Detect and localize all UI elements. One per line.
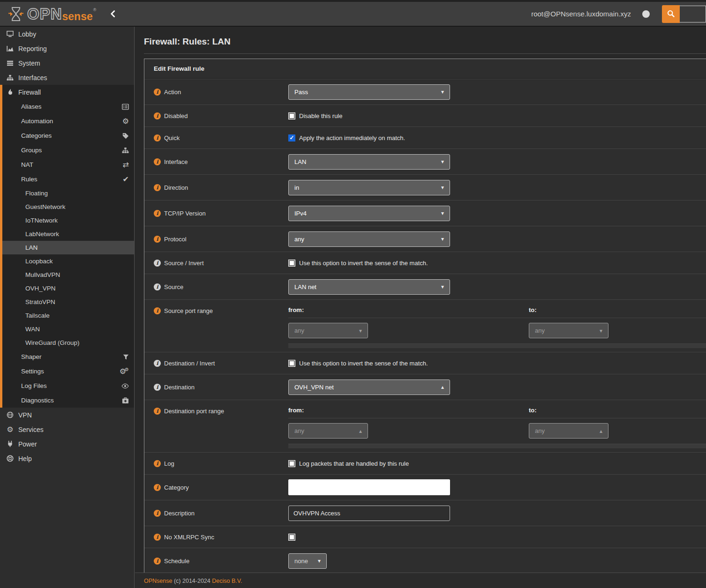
status-indicator-icon[interactable]: [642, 10, 650, 18]
form-row-destination: Destination OVH_VPN net: [144, 374, 706, 400]
disabled-checkbox[interactable]: [288, 112, 295, 119]
checkbox-label: Use this option to invert the sense of t…: [299, 360, 428, 367]
footer-brand-link[interactable]: OPNsense: [144, 578, 172, 584]
field-label: Destination: [164, 384, 195, 391]
sidebar-item-label: Settings: [21, 368, 44, 375]
sidebar-item-rules-mullvadvpn[interactable]: MullvadVPN: [2, 268, 134, 282]
sidebar-collapse-icon[interactable]: [110, 10, 115, 17]
footer: OPNsense (c) 2014-2024 Deciso B.V.: [135, 573, 706, 588]
info-icon[interactable]: [154, 112, 161, 119]
sidebar-item-shaper[interactable]: Shaper: [2, 350, 134, 364]
info-icon[interactable]: [154, 158, 161, 165]
sidebar-item-settings[interactable]: Settings ⚙⚙: [2, 364, 134, 379]
sidebar-item-lobby[interactable]: Lobby: [0, 27, 134, 41]
source-port-to-select[interactable]: any: [529, 323, 608, 338]
category-input[interactable]: [288, 479, 450, 495]
source-invert-checkbox[interactable]: [288, 260, 295, 267]
schedule-select[interactable]: none: [288, 553, 327, 569]
monitor-icon: [6, 30, 14, 37]
sidebar-item-label: Groups: [21, 147, 42, 154]
sidebar-item-system[interactable]: System: [0, 56, 134, 70]
no-xmlrpc-sync-checkbox[interactable]: [288, 534, 295, 541]
info-icon[interactable]: [154, 510, 161, 517]
field-label: Disabled: [164, 112, 188, 119]
sidebar-item-help[interactable]: Help: [0, 451, 134, 466]
info-icon[interactable]: [154, 134, 161, 141]
info-icon[interactable]: [154, 236, 161, 243]
sidebar-item-log-files[interactable]: Log Files: [2, 379, 134, 393]
sidebar-item-rules-lan[interactable]: LAN: [2, 241, 134, 254]
title-divider: [144, 53, 706, 54]
sidebar-item-rules-stratovpn[interactable]: StratoVPN: [2, 295, 134, 309]
sidebar-item-rules-loopback[interactable]: Loopback: [2, 254, 134, 268]
destination-invert-checkbox[interactable]: [288, 360, 295, 367]
interface-select[interactable]: LAN: [288, 154, 450, 170]
form-row-direction: Direction in: [144, 174, 706, 200]
info-icon[interactable]: [154, 89, 161, 96]
quick-checkbox[interactable]: [288, 134, 295, 141]
sidebar-item-power[interactable]: Power: [0, 437, 134, 451]
tcpip-version-select[interactable]: IPv4: [288, 206, 450, 221]
destination-port-from-select[interactable]: any: [288, 423, 368, 439]
form-row-category: Category: [144, 474, 706, 500]
info-icon[interactable]: [154, 384, 161, 391]
info-icon[interactable]: [154, 210, 161, 217]
sidebar-item-rules-guestnetwork[interactable]: GuestNetwork: [2, 200, 134, 214]
sidebar-item-categories[interactable]: Categories: [2, 128, 134, 143]
sidebar-item-label: VPN: [18, 411, 32, 419]
sidebar-item-rules[interactable]: Rules ✔: [2, 172, 134, 186]
medkit-icon: [122, 397, 129, 404]
port-from-label: from:: [288, 306, 529, 313]
sidebar-item-rules-ovh-vpn[interactable]: OVH_VPN: [2, 282, 134, 295]
sidebar-item-rules-labnetwork[interactable]: LabNetwork: [2, 227, 134, 241]
source-select[interactable]: LAN net: [288, 279, 450, 295]
sidebar-item-automation[interactable]: Automation ⚙: [2, 114, 134, 128]
info-icon[interactable]: [154, 307, 161, 314]
search-button[interactable]: [662, 5, 680, 23]
form-row-source: Source LAN net: [144, 274, 706, 299]
sidebar-item-diagnostics[interactable]: Diagnostics: [2, 393, 134, 408]
sidebar-item-rules-wan[interactable]: WAN: [2, 322, 134, 336]
info-icon[interactable]: [154, 460, 161, 467]
info-icon[interactable]: [154, 184, 161, 191]
info-icon[interactable]: [154, 558, 161, 565]
search-input[interactable]: [680, 6, 706, 22]
sidebar-item-interfaces[interactable]: Interfaces: [0, 70, 134, 85]
sidebar-item-rules-wireguard-group[interactable]: WireGuard (Group): [2, 336, 134, 350]
sidebar-item-nat[interactable]: NAT ⇄: [2, 157, 134, 172]
sidebar-item-aliases[interactable]: Aliases: [2, 99, 134, 114]
destination-select[interactable]: OVH_VPN net: [288, 380, 450, 395]
sidebar-item-rules-tailscale[interactable]: Tailscale: [2, 309, 134, 322]
field-label: Destination port range: [164, 408, 224, 415]
action-select[interactable]: Pass: [288, 84, 450, 100]
sidebar-item-rules-floating[interactable]: Floating: [2, 186, 134, 200]
info-icon[interactable]: [154, 283, 161, 290]
sidebar-item-vpn[interactable]: VPN: [0, 408, 134, 422]
description-input[interactable]: [288, 506, 450, 521]
source-port-from-select[interactable]: any: [288, 323, 368, 338]
sidebar-item-label: Loopback: [25, 258, 53, 265]
checkbox-label: Log packets that are handled by this rul…: [299, 460, 409, 467]
logo-text-opn: OPN: [27, 6, 62, 22]
opnsense-logo[interactable]: OPN sense ®: [8, 6, 96, 22]
sidebar-item-services[interactable]: ⚙ Services: [0, 422, 134, 437]
protocol-select[interactable]: any: [288, 231, 450, 247]
sidebar-item-firewall[interactable]: Firewall: [2, 85, 134, 99]
footer-company-link[interactable]: Deciso B.V.: [212, 578, 242, 584]
sidebar-item-reporting[interactable]: Reporting: [0, 41, 134, 56]
form-row-tcpip-version: TCP/IP Version IPv4: [144, 200, 706, 226]
direction-select[interactable]: in: [288, 180, 450, 195]
info-icon[interactable]: [154, 408, 161, 415]
info-icon[interactable]: [154, 260, 161, 267]
sidebar-item-label: NAT: [21, 161, 33, 168]
info-icon[interactable]: [154, 534, 161, 541]
info-icon[interactable]: [154, 360, 161, 367]
sidebar-item-groups[interactable]: Groups: [2, 143, 134, 157]
sidebar-item-rules-iotnetwork[interactable]: IoTNetwork: [2, 214, 134, 227]
info-icon[interactable]: [154, 484, 161, 491]
destination-port-to-select[interactable]: any: [529, 423, 608, 439]
sidebar-item-label: LabNetwork: [25, 231, 59, 238]
table-footer-strip: [288, 344, 706, 348]
log-checkbox[interactable]: [288, 460, 295, 467]
form-row-schedule: Schedule none: [144, 548, 706, 573]
